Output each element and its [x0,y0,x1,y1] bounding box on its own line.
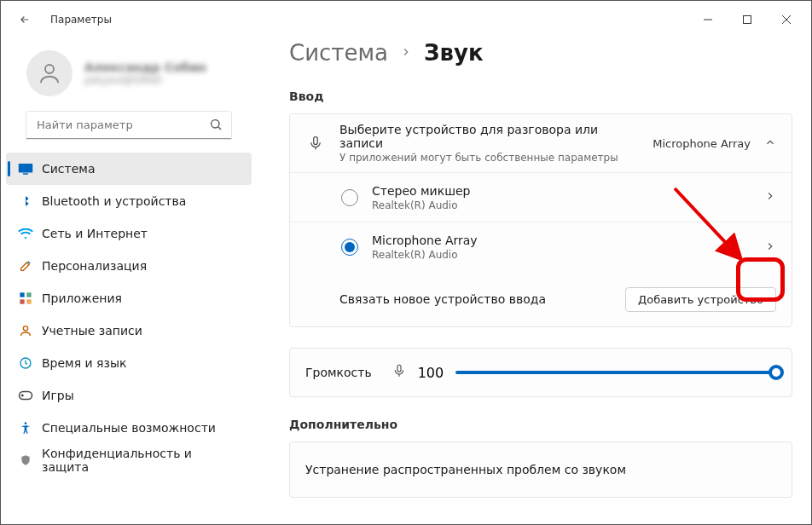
add-device-button[interactable]: Добавить устройство [625,287,776,312]
slider-thumb[interactable] [768,365,784,380]
chevron-right-icon[interactable] [764,239,776,256]
sidebar-item-label: Специальные возможности [42,421,216,435]
back-button[interactable] [11,6,38,33]
breadcrumb: Система Звук [289,40,792,66]
sidebar-item-label: Bluetooth и устройства [42,194,186,208]
chevron-right-icon [400,45,412,61]
input-header-row[interactable]: Выберите устройство для разговора или за… [290,114,792,173]
wifi-icon [18,226,33,241]
volume-row: Громкость 100 [290,349,792,396]
game-icon [18,388,33,403]
main-content: Система Звук Ввод Выберите устройство дл… [257,38,811,524]
accessibility-icon [18,420,33,436]
sidebar-item-label: Учетные записи [42,324,142,338]
svg-rect-8 [23,173,28,175]
microphone-icon [305,136,326,151]
user-icon [18,323,33,338]
device-sub: Realtek(R) Audio [372,199,751,211]
close-button[interactable] [767,6,806,33]
troubleshoot-card: Устранение распространенных проблем со з… [289,441,792,498]
chevron-right-icon[interactable] [764,189,776,205]
chevron-up-icon [764,136,776,152]
input-card: Выберите устройство для разговора или за… [289,113,792,327]
device-name: Стерео микшер [372,184,751,198]
section-advanced-label: Дополнительно [289,418,792,431]
radio-button[interactable] [341,239,358,256]
sidebar-item-shield[interactable]: Конфиденциальность и защита [6,444,252,476]
sidebar-item-display[interactable]: Система [6,153,252,185]
breadcrumb-current: Звук [424,40,484,66]
sidebar: Александр Собин patyaul@GMail СистемаBlu… [1,38,257,524]
svg-rect-18 [397,365,401,372]
input-header-subtitle: У приложений могут быть собственные пара… [339,152,639,164]
clock-icon [18,355,33,371]
svg-line-6 [218,127,221,130]
user-block[interactable]: Александр Собин patyaul@GMail [1,45,257,112]
svg-rect-1 [744,16,751,24]
sidebar-item-label: Игры [42,389,74,402]
breadcrumb-parent[interactable]: Система [289,40,388,66]
svg-rect-11 [20,299,24,303]
section-input-label: Ввод [289,89,792,103]
maximize-button[interactable] [728,6,767,33]
sidebar-item-label: Сеть и Интернет [42,227,148,240]
device-sub: Realtek(R) Audio [372,249,751,261]
radio-button[interactable] [341,189,358,206]
svg-rect-10 [26,292,31,297]
troubleshoot-row[interactable]: Устранение распространенных проблем со з… [290,442,792,497]
pair-device-label: Связать новое устройство ввода [339,292,612,306]
volume-value: 100 [418,365,444,381]
user-email: patyaul@GMail [84,74,206,86]
sidebar-item-wifi[interactable]: Сеть и Интернет [6,217,252,250]
troubleshoot-title: Устранение распространенных проблем со з… [305,463,776,476]
input-header-title: Выберите устройство для разговора или за… [339,123,639,150]
sidebar-item-user[interactable]: Учетные записи [6,314,252,347]
sidebar-item-clock[interactable]: Время и язык [6,347,252,379]
svg-rect-12 [26,299,31,303]
svg-rect-9 [20,292,24,297]
sidebar-item-label: Время и язык [42,356,126,370]
shield-icon [18,453,33,468]
sidebar-item-brush[interactable]: Персонализация [6,250,252,282]
device-row[interactable]: Microphone ArrayRealtek(R) Audio [290,222,792,272]
svg-point-16 [25,422,27,424]
volume-slider[interactable] [455,371,776,374]
microphone-icon [392,364,406,381]
display-icon [18,161,33,176]
sidebar-item-label: Приложения [42,291,122,305]
pair-device-row: Связать новое устройство ввода Добавить … [290,272,792,326]
sidebar-item-label: Конфиденциальность и защита [42,447,238,474]
sidebar-item-bluetooth[interactable]: Bluetooth и устройства [6,185,252,217]
svg-rect-7 [19,164,33,173]
svg-point-5 [212,120,219,128]
sidebar-item-label: Персонализация [42,259,147,273]
search-icon [209,118,223,135]
search-input[interactable] [26,112,231,139]
sidebar-item-accessibility[interactable]: Специальные возможности [6,412,252,444]
titlebar: Параметры [1,1,811,38]
apps-icon [18,291,33,306]
nav-list: СистемаBluetooth и устройстваСеть и Инте… [1,153,257,524]
svg-point-4 [45,65,54,73]
avatar [26,50,72,96]
brush-icon [18,258,33,274]
search-box[interactable] [26,112,231,139]
user-name: Александр Собин [84,61,206,74]
minimize-button[interactable] [688,6,728,33]
volume-card: Громкость 100 [289,348,792,397]
sidebar-item-game[interactable]: Игры [6,379,252,412]
sidebar-item-apps[interactable]: Приложения [6,282,252,314]
bluetooth-icon [18,193,33,209]
device-name: Microphone Array [372,234,751,247]
svg-point-13 [23,326,27,331]
svg-rect-17 [314,137,318,145]
device-row[interactable]: Стерео микшерRealtek(R) Audio [290,173,792,222]
window-title: Параметры [50,14,112,26]
volume-label: Громкость [305,366,372,379]
sidebar-item-label: Система [42,162,95,176]
input-selected-value: Microphone Array [652,137,751,150]
